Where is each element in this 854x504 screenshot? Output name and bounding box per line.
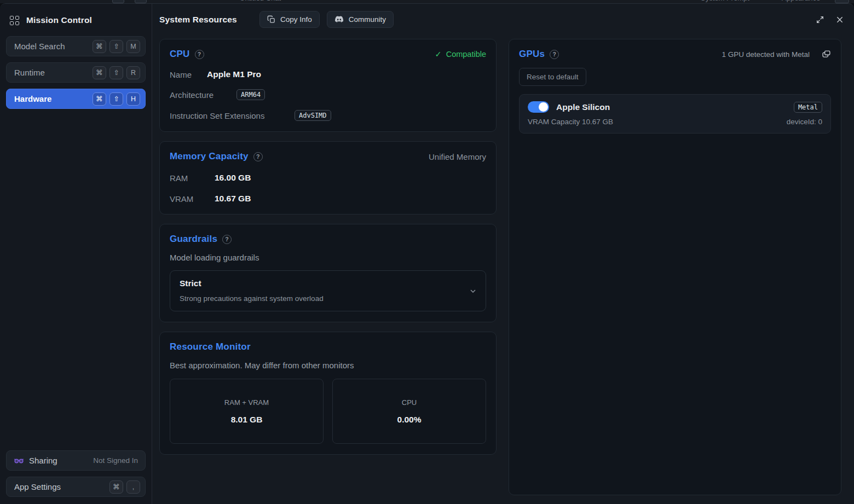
gpu-device-id: deviceId: 0 [787, 118, 822, 126]
memory-help-icon[interactable]: ? [253, 152, 263, 161]
app-root: Untitled Chat System Prompt Appearance M… [0, 0, 854, 504]
metric-label: CPU [402, 398, 417, 407]
compatible-check-icon: ✓ [435, 50, 442, 59]
community-label: Community [349, 15, 386, 24]
cpu-name-value: Apple M1 Pro [207, 69, 261, 79]
toggle-knob [539, 102, 548, 112]
gpu-detected-note: 1 GPU detected with Metal [722, 50, 810, 59]
cpu-metric-box: CPU 0.00% [332, 379, 486, 444]
guardrails-select[interactable]: Strict Strong precautions against system… [170, 270, 486, 311]
compatible-status-badge: Compatible [446, 50, 486, 59]
metric-label: RAM + VRAM [224, 398, 269, 407]
background-chat-tab-label: Untitled Chat [240, 0, 281, 2]
vram-label: VRAM [170, 194, 215, 204]
copy-info-button[interactable]: Copy Info [259, 11, 320, 28]
metric-value: 8.01 GB [231, 415, 263, 425]
shift-key-badge: ⇧ [109, 92, 123, 106]
resource-monitor-title: Resource Monitor [170, 341, 251, 352]
ram-label: RAM [170, 173, 215, 183]
community-button[interactable]: Community [327, 11, 394, 28]
system-resources-main: System Resources Copy Info Community [152, 4, 854, 504]
discord-icon [334, 16, 344, 23]
copy-gpu-info-icon[interactable] [822, 50, 831, 59]
guardrails-help-icon[interactable]: ? [222, 235, 232, 244]
guardrails-card: Guardrails ? Model loading guardrails St… [159, 224, 497, 322]
shortcut-keys: ⌘ ⇧ R [93, 66, 140, 79]
cpu-card-title: CPU [170, 49, 190, 60]
copy-info-label: Copy Info [280, 15, 312, 24]
letter-key-badge: M [126, 40, 140, 53]
close-icon[interactable] [835, 15, 844, 24]
sidebar-item-sharing[interactable]: Sharing Not Signed In [6, 450, 146, 471]
mission-control-sidebar: Mission Control Model Search ⌘ ⇧ M Runti… [0, 4, 152, 504]
shortcut-keys: ⌘ , [109, 480, 140, 494]
sharing-label: Sharing [29, 456, 93, 465]
left-column: CPU ? ✓ Compatible Name Apple M1 Pro [159, 39, 497, 495]
mission-control-window: Mission Control Model Search ⌘ ⇧ M Runti… [0, 3, 854, 504]
guardrails-subtitle: Model loading guardrails [170, 253, 486, 262]
cpu-isa-badge: AdvSIMD [295, 110, 331, 121]
main-header: System Resources Copy Info Community [152, 4, 854, 35]
cmd-key-badge: ⌘ [93, 92, 106, 106]
cpu-help-icon[interactable]: ? [195, 50, 204, 59]
resource-monitor-subtitle: Best approximation. May differ from othe… [170, 361, 486, 370]
sidebar-item-label: Hardware [14, 94, 93, 103]
gpu-backend-badge: Metal [794, 102, 822, 113]
cpu-arch-badge: ARM64 [236, 89, 265, 100]
sidebar-item-hardware[interactable]: Hardware ⌘ ⇧ H [6, 89, 146, 109]
app-settings-label: App Settings [14, 482, 109, 491]
gpu-vram-capacity: VRAM Capacity 10.67 GB [528, 118, 613, 126]
sidebar-header: Mission Control [0, 4, 152, 36]
guardrails-selected-description: Strong precautions against system overlo… [180, 294, 461, 303]
resource-monitor-card: Resource Monitor Best approximation. May… [159, 332, 497, 455]
sidebar-item-label: Model Search [14, 42, 93, 51]
mission-control-grid-icon [10, 16, 19, 25]
sidebar-item-label: Runtime [14, 68, 93, 77]
metric-value: 0.00% [397, 415, 422, 425]
cpu-card: CPU ? ✓ Compatible Name Apple M1 Pro [159, 39, 497, 132]
shift-key-badge: ⇧ [109, 66, 123, 79]
chevron-down-icon [469, 287, 477, 296]
shortcut-keys: ⌘ ⇧ H [93, 92, 140, 106]
page-title: System Resources [159, 15, 237, 25]
gpus-panel: GPUs ? 1 GPU detected with Metal [509, 39, 841, 495]
reset-to-default-button[interactable]: Reset to default [519, 68, 586, 86]
sidebar-item-app-settings[interactable]: App Settings ⌘ , [6, 477, 146, 497]
sidebar-title: Mission Control [26, 15, 92, 25]
gpu-device-row: Apple Silicon Metal VRAM Capacity 10.67 … [519, 94, 831, 134]
cmd-key-badge: ⌘ [93, 40, 106, 53]
shift-key-badge: ⇧ [109, 40, 123, 53]
cpu-isa-label: Instruction Set Extensions [170, 111, 295, 120]
shortcut-keys: ⌘ ⇧ M [93, 40, 140, 53]
sidebar-item-model-search[interactable]: Model Search ⌘ ⇧ M [6, 36, 146, 56]
sidebar-footer: Sharing Not Signed In App Settings ⌘ , [0, 450, 152, 504]
memory-capacity-card: Memory Capacity ? Unified Memory RAM 16.… [159, 141, 497, 215]
vram-value: 10.67 GB [215, 194, 251, 204]
gpus-help-icon[interactable]: ? [550, 50, 559, 59]
unified-memory-tag: Unified Memory [429, 152, 486, 161]
ram-value: 16.00 GB [215, 173, 251, 183]
memory-card-title: Memory Capacity [170, 151, 249, 162]
guardrails-selected-option: Strict [180, 279, 461, 288]
cpu-name-label: Name [170, 70, 207, 79]
cmd-key-badge: ⌘ [109, 480, 123, 494]
gpus-title: GPUs [519, 49, 545, 60]
gpu-name: Apple Silicon [556, 102, 610, 112]
cpu-arch-label: Architecture [170, 90, 236, 100]
comma-key-badge: , [126, 480, 140, 494]
ram-vram-metric-box: RAM + VRAM 8.01 GB [170, 379, 324, 444]
sharing-goggles-icon [14, 457, 24, 464]
letter-key-badge: H [126, 92, 140, 106]
copy-icon [267, 15, 275, 24]
gpu-enable-toggle[interactable] [528, 101, 549, 113]
content-area: CPU ? ✓ Compatible Name Apple M1 Pro [152, 35, 854, 504]
cmd-key-badge: ⌘ [93, 66, 106, 79]
background-appearance-label: Appearance [782, 0, 820, 2]
sharing-status: Not Signed In [93, 456, 140, 465]
expand-icon[interactable] [816, 15, 824, 24]
letter-key-badge: R [126, 66, 140, 79]
sidebar-item-runtime[interactable]: Runtime ⌘ ⇧ R [6, 62, 146, 83]
guardrails-card-title: Guardrails [170, 234, 217, 245]
background-system-prompt-label: System Prompt [701, 0, 749, 2]
window-controls [816, 15, 844, 24]
